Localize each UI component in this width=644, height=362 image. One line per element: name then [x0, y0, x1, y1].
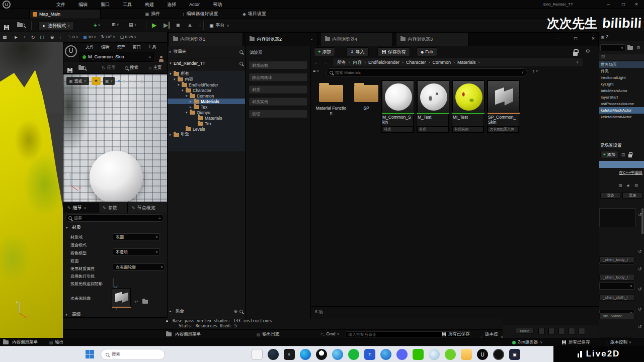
tree-item-materials[interactable]: Materials — [168, 115, 246, 121]
select-tool-icon[interactable]: ► — [14, 35, 19, 40]
mat-menu-file[interactable]: 文件 — [86, 44, 94, 50]
blend-mode-select[interactable]: 不透明 — [113, 248, 160, 255]
filter-dropdown-button[interactable]: ≡∨ — [313, 68, 319, 73]
close-tab-icon[interactable]: × — [148, 55, 151, 59]
close-button[interactable]: × — [631, 2, 642, 7]
outliner-row-skeletal-mesh-selected[interactable]: keletalMeshActor — [599, 107, 644, 114]
menu-window[interactable]: 窗口 — [101, 2, 110, 8]
obs-icon[interactable] — [493, 349, 504, 360]
fab-button[interactable]: ◆ Fab — [417, 47, 437, 56]
tree-item-common[interactable]: Common — [168, 93, 246, 99]
selected-component-bar[interactable] — [599, 161, 644, 168]
close-button[interactable]: × — [588, 36, 599, 41]
world-space-icon[interactable]: ⊕ — [50, 35, 54, 40]
subsurface-profile-thumbnail[interactable] — [112, 288, 131, 308]
tab-content-browser-3[interactable]: 内容浏览器3 — [396, 33, 468, 46]
tree-item-endfieldrender[interactable]: EndfieldRender — [168, 82, 246, 87]
play-button[interactable]: ▶ — [152, 22, 156, 29]
filter-material-instance[interactable]: 材质实例 — [249, 97, 308, 106]
content-drawer-button[interactable]: 内容侧滑菜单 — [166, 331, 201, 337]
view-mode-dropdown[interactable]: ▣∨ — [103, 77, 115, 85]
preview-sphere-icon[interactable]: ● — [117, 78, 120, 83]
use-selected-icon[interactable]: ↩ — [134, 299, 138, 304]
back-icon[interactable]: ← — [314, 60, 318, 65]
all-saved-button[interactable]: 所有已保存 — [441, 331, 470, 337]
task-view-icon[interactable] — [252, 349, 263, 360]
mat-menu-window[interactable]: 窗口 — [132, 44, 141, 50]
edge-icon[interactable] — [300, 349, 311, 360]
breadcrumb-materials[interactable]: Materials — [457, 60, 476, 65]
menu-select[interactable]: 选择 — [167, 2, 176, 8]
details-settings-icon[interactable]: ⚙ — [634, 183, 638, 188]
add-button[interactable]: + 添加 — [314, 47, 335, 56]
add-component-button[interactable]: + 添加 — [600, 151, 618, 158]
material-slot-dropdown[interactable] — [599, 283, 634, 290]
lock-icon[interactable] — [573, 52, 578, 56]
tree-item-qianyu[interactable]: Qianyu — [168, 110, 246, 115]
zen-server-button[interactable]: Zen服务器∨ — [512, 339, 542, 345]
select-mode-dropdown[interactable]: ► 选择模式 ∨ — [38, 21, 74, 30]
browse-content-icon[interactable] — [17, 23, 25, 27]
grid-view-icon[interactable]: ⊞ — [618, 183, 622, 188]
tree-item-character[interactable]: Character — [168, 87, 246, 93]
rotate-tool-icon[interactable]: ↻ — [31, 35, 35, 40]
mat-menu-edit[interactable]: 编辑 — [101, 44, 110, 50]
preview-plane-icon[interactable]: ▱ — [128, 79, 131, 83]
edit-in-cpp-link[interactable]: 在C++中编辑 — [599, 170, 642, 175]
mat-menu-tools[interactable]: 工具 — [148, 44, 156, 50]
tab-node-overview[interactable]: ✎ 节点概览 — [128, 203, 169, 213]
maximize-button[interactable]: □ — [570, 36, 581, 41]
swallow-icon[interactable] — [380, 349, 391, 360]
streaming-category-pill[interactable]: 流送 — [622, 192, 642, 199]
path-dropdown-icon[interactable]: ∨ — [576, 60, 579, 64]
revision-control-button[interactable]: ⋮ 版本控制∨ — [605, 339, 631, 345]
asset-search-box[interactable]: ∨ — [326, 68, 527, 76]
scale-tool-icon[interactable]: ▢ — [40, 35, 44, 40]
tree-item-content[interactable]: 内容 — [168, 76, 246, 82]
stop-button[interactable]: ■ — [176, 22, 180, 29]
asset-icon[interactable] — [538, 328, 545, 334]
material-preview-viewport[interactable]: ▣ 透视 ∨ ✦ ▣∨ ● ◆ ▱ ▢ ◧ z x — [63, 74, 169, 202]
none-value-chip[interactable]: None — [516, 328, 534, 334]
search-icon[interactable] — [239, 62, 243, 65]
breadcrumb-endfieldrender[interactable]: EndfieldRender — [368, 60, 399, 65]
outliner-row-directional-light[interactable]: irectionalLight — [599, 74, 644, 81]
folder-sp[interactable]: SP — [350, 80, 382, 116]
user-avatar-icon[interactable] — [159, 59, 164, 62]
move-tool-icon[interactable]: + — [23, 35, 26, 40]
minimize-button[interactable]: – — [552, 36, 564, 41]
breadcrumb-content[interactable]: 内容 — [353, 59, 362, 66]
outliner-row-skeletal-mesh[interactable]: keletalMeshActor — [599, 114, 644, 120]
wechat-icon[interactable] — [413, 349, 424, 360]
reset-icon[interactable]: ↺ — [638, 307, 642, 312]
filter-static-mesh[interactable]: 静态网格体 — [249, 73, 308, 82]
tab-content-browser-2[interactable]: 内容浏览器2 × — [246, 33, 317, 46]
add-actor-dropdown[interactable]: +∨ — [94, 22, 101, 28]
asset-sp-common-skin[interactable]: SP_Common_Skin 次表面配置文件 — [487, 80, 519, 133]
play-options-icon[interactable]: ⋮ — [198, 23, 202, 28]
cmd-dropdown[interactable]: >_ Cmd ∨ — [320, 331, 340, 336]
browser-icon[interactable] — [332, 349, 343, 360]
frame-skip-button[interactable]: ▶ — [164, 22, 170, 29]
perspective-dropdown[interactable]: ▣ 透视 ∨ — [66, 77, 89, 85]
tencent-docs-icon[interactable]: T — [364, 349, 375, 360]
steam-icon[interactable] — [268, 349, 279, 360]
search-options-icon[interactable]: ≡ — [158, 216, 161, 220]
tab-content-browser-1[interactable]: 内容浏览器1 — [169, 33, 243, 46]
toolbar-dots-icon[interactable]: ⋮ — [58, 35, 62, 40]
blueprints-dropdown[interactable]: ⊞∨ — [112, 22, 119, 27]
outliner-row-folder[interactable]: 件夹 — [599, 68, 644, 74]
surface-snap-dropdown[interactable]: ⟍0∨ — [68, 35, 78, 40]
menu-edit[interactable]: 编辑 — [78, 2, 88, 8]
details-search-box[interactable]: 搜索 ≡ — [65, 214, 164, 222]
mat-menu-asset[interactable]: 资产 — [117, 44, 125, 50]
project-settings-button[interactable]: ◆ 项目设置 — [243, 11, 266, 17]
folder-material-function[interactable]: Material Function — [315, 80, 347, 116]
tree-item-levels[interactable]: Levels — [168, 126, 246, 132]
reset-icon[interactable]: ↺ — [638, 324, 642, 329]
level-tab[interactable]: Map_Main — [29, 9, 101, 19]
asset-mi-test[interactable]: MI_Test 材质实例 — [452, 80, 484, 133]
viewport-options-icon[interactable]: ▦ — [3, 35, 7, 40]
preview-tool-toggle[interactable]: ✦ — [92, 77, 101, 85]
eject-button[interactable]: ▲ — [187, 22, 193, 28]
